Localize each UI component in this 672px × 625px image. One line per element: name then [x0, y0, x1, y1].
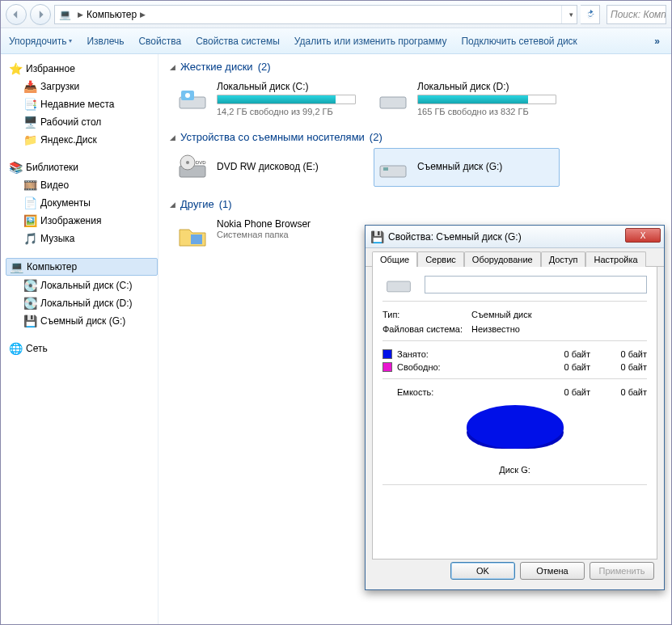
apply-button[interactable]: Применить [590, 562, 654, 580]
dialog-tabs: Общие Сервис Оборудование Доступ Настрой… [366, 248, 664, 267]
sidebar-item-downloads[interactable]: 📥Загрузки [6, 78, 158, 95]
drive-usb-g[interactable]: Съемный диск (G:) [374, 148, 560, 187]
search-input[interactable]: Поиск: Комп [606, 5, 666, 24]
svg-point-6 [186, 161, 189, 164]
dvd-icon: DVD [176, 151, 209, 184]
toolbar-overflow[interactable]: » [654, 36, 663, 47]
usage-pie [467, 405, 564, 460]
sidebar-favorites[interactable]: ⭐ Избранное [6, 61, 158, 77]
used-bytes: 0 байт [526, 349, 590, 359]
dialog-buttons: OK Отмена Применить [372, 557, 657, 583]
section-removable-header[interactable]: ◢ Устройства со съемными носителями (2) [170, 131, 660, 143]
disk-icon [377, 82, 409, 115]
sidebar-item-video[interactable]: 🎞️Видео [6, 177, 158, 193]
cancel-button[interactable]: Отмена [520, 562, 585, 580]
drive-d[interactable]: Локальный диск (D:) 165 ГБ свободно из 8… [374, 78, 560, 120]
toolbar-organize[interactable]: Упорядочить▾ [9, 36, 72, 47]
star-icon: ⭐ [9, 62, 22, 75]
drive-dvd-e[interactable]: DVD DVD RW дисковод (E:) [173, 148, 359, 187]
computer-icon: 💻 [10, 260, 23, 273]
dialog-title-text: Свойства: Съемный диск (G:) [388, 231, 522, 243]
sidebar-libraries[interactable]: 📚 Библиотеки [6, 159, 158, 175]
recent-icon: 📑 [23, 98, 36, 111]
dialog-body: Тип:Съемный диск Файловая система:Неизве… [372, 267, 657, 560]
sidebar-item-desktop[interactable]: 🖥️Рабочий стол [6, 114, 158, 130]
download-icon: 📥 [23, 80, 36, 93]
sidebar-computer[interactable]: 💻 Компьютер [6, 258, 158, 276]
nav-bar: 💻 ▶ Компьютер ▶ ▾ Поиск: Комп [1, 1, 671, 28]
folder-icon [176, 218, 209, 251]
sidebar-item-yandex[interactable]: 📁Яндекс.Диск [6, 132, 158, 148]
tab-service[interactable]: Сервис [417, 251, 464, 267]
path-sep: ▶ [140, 11, 146, 19]
capacity-bar [417, 95, 556, 104]
free-bytes: 0 байт [526, 362, 590, 372]
used-swatch [382, 349, 392, 359]
svg-text:DVD: DVD [196, 160, 206, 165]
sidebar-item-disk-c[interactable]: 💽Локальный диск (C:) [6, 277, 158, 293]
properties-dialog: 💾 Свойства: Съемный диск (G:) X Общие Се… [365, 225, 665, 590]
sidebar-item-music[interactable]: 🎵Музыка [6, 230, 158, 247]
usb-icon: 💾 [23, 315, 36, 327]
disk-icon: 💽 [23, 297, 36, 310]
computer-icon: 💻 [58, 8, 71, 21]
toolbar-extract[interactable]: Извлечь [87, 36, 124, 47]
drive-c[interactable]: Локальный диск (C:) 14,2 ГБ свободно из … [173, 78, 359, 120]
disk-icon: 💽 [23, 279, 36, 292]
video-icon: 🎞️ [23, 179, 36, 192]
network-icon: 🌐 [9, 342, 22, 355]
back-button[interactable] [6, 4, 27, 25]
sidebar-item-images[interactable]: 🖼️Изображения [6, 213, 158, 229]
sidebar: ⭐ Избранное 📥Загрузки 📑Недавние места 🖥️… [1, 54, 158, 624]
path-sep: ▶ [78, 11, 83, 19]
document-icon: 📄 [23, 196, 36, 209]
svg-rect-9 [383, 167, 388, 171]
svg-rect-11 [387, 281, 411, 292]
toolbar-map-drive[interactable]: Подключить сетевой диск [461, 36, 577, 47]
external-drive-icon [377, 151, 409, 184]
cap-size: 0 байт [590, 387, 647, 397]
tab-sharing[interactable]: Доступ [541, 251, 586, 267]
free-swatch [382, 362, 392, 372]
disk-label: Диск G: [382, 465, 647, 475]
section-hdd-header[interactable]: ◢ Жесткие диски (2) [170, 61, 660, 73]
fs-value: Неизвестно [471, 324, 520, 334]
volume-label-input[interactable] [425, 276, 647, 293]
svg-rect-3 [380, 97, 406, 108]
ok-button[interactable]: OK [450, 562, 515, 580]
sidebar-item-disk-d[interactable]: 💽Локальный диск (D:) [6, 295, 158, 311]
tab-customize[interactable]: Настройка [585, 251, 645, 267]
toolbar-uninstall[interactable]: Удалить или изменить программу [294, 36, 447, 47]
type-value: Съемный диск [471, 310, 532, 319]
tab-hardware[interactable]: Оборудование [464, 251, 541, 267]
sidebar-item-disk-g[interactable]: 💾Съемный диск (G:) [6, 313, 158, 329]
music-icon: 🎵 [23, 232, 36, 245]
address-bar[interactable]: 💻 ▶ Компьютер ▶ ▾ [54, 5, 577, 24]
tab-general[interactable]: Общие [372, 251, 417, 267]
drive-icon: 💾 [370, 230, 383, 243]
nokia-browser[interactable]: Nokia Phone Browser Системная папка [173, 215, 359, 254]
library-icon: 📚 [9, 161, 22, 174]
cap-bytes: 0 байт [526, 387, 590, 397]
toolbar-sys-properties[interactable]: Свойства системы [196, 36, 280, 47]
dialog-titlebar[interactable]: 💾 Свойства: Съемный диск (G:) X [366, 226, 664, 248]
refresh-button[interactable] [581, 5, 600, 24]
desktop-icon: 🖥️ [23, 116, 36, 129]
image-icon: 🖼️ [23, 214, 36, 227]
drive-icon [382, 275, 415, 294]
toolbar-properties[interactable]: Свойства [138, 36, 181, 47]
explorer-window: 💻 ▶ Компьютер ▶ ▾ Поиск: Комп Упорядочит… [0, 0, 672, 625]
close-button[interactable]: X [625, 228, 661, 243]
capacity-bar [217, 95, 356, 104]
used-size: 0 байт [590, 349, 647, 359]
folder-icon: 📁 [23, 133, 36, 146]
forward-button[interactable] [30, 4, 51, 25]
sidebar-network[interactable]: 🌐 Сеть [6, 340, 158, 357]
section-other-header[interactable]: ◢ Другие (1) [170, 198, 660, 210]
svg-point-2 [185, 93, 190, 98]
sidebar-item-documents[interactable]: 📄Документы [6, 195, 158, 211]
svg-rect-10 [191, 234, 202, 244]
sidebar-item-recent[interactable]: 📑Недавние места [6, 96, 158, 112]
path-segment[interactable]: Компьютер [87, 9, 137, 20]
free-size: 0 байт [590, 362, 647, 372]
